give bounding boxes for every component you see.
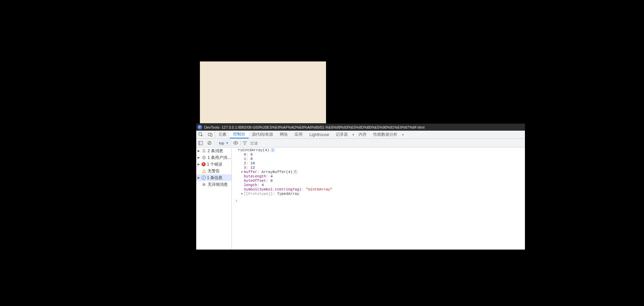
titlebar-url: 127.0.0.1:8082/08-GlSl%20ES%E8%AF%AD%E8%…	[222, 125, 425, 129]
user-icon	[202, 155, 206, 160]
tab-console[interactable]: 控制台	[230, 131, 249, 138]
page-rendered-content	[200, 61, 326, 123]
info-badge-icon[interactable]: i	[271, 148, 275, 152]
console-property-key[interactable]: Symbol(Symbol.toStringTag)	[244, 187, 302, 192]
console-property-key[interactable]: [[Prototype]]	[244, 192, 273, 196]
console-array-value: 8	[251, 157, 253, 161]
console-property-key[interactable]: byteLength	[244, 174, 266, 179]
tab-elements[interactable]: 元素	[215, 131, 230, 138]
svg-point-7	[235, 142, 236, 144]
console-output[interactable]: ▼ Uint8Array(4) i 0: 61: 82: 103: 12 ▶ b…	[232, 147, 525, 250]
console-array-item[interactable]: 2: 10	[233, 161, 525, 166]
titlebar-prefix: DevTools -	[204, 125, 222, 129]
sidebar-item-label: 2 条消息	[208, 148, 231, 154]
console-property-key[interactable]: buffer	[244, 170, 257, 174]
expand-triangle-icon[interactable]: ▶	[240, 192, 244, 196]
error-icon: ✕	[202, 162, 206, 166]
tab-memory[interactable]: 内存	[355, 131, 370, 138]
console-prompt[interactable]: ›	[233, 199, 525, 204]
console-array-index: 0	[244, 152, 246, 157]
console-array-value: 12	[251, 166, 255, 170]
tab-network[interactable]: 网络	[276, 131, 291, 138]
chevron-down-icon: ▼	[225, 141, 229, 145]
console-property-key[interactable]: byteOffset	[244, 179, 266, 183]
console-property-value[interactable]: 4	[262, 183, 264, 187]
live-expression-icon[interactable]	[231, 139, 240, 147]
expand-triangle-icon: ▶	[198, 163, 200, 166]
recorder-expand-icon[interactable]: ▾	[351, 131, 355, 138]
sidebar-item-user-messages[interactable]: ▶ 1 条用户消…	[196, 154, 231, 161]
filter-input[interactable]	[250, 140, 311, 146]
tab-application[interactable]: 应用	[291, 131, 306, 138]
toolbar-separator	[240, 140, 241, 146]
tab-performance[interactable]: 性能数据分析	[370, 131, 401, 138]
console-array-item[interactable]: 3: 12	[233, 166, 525, 170]
sidebar-item-errors[interactable]: ▶ ✕ 1 个错误	[196, 161, 231, 168]
console-array-item[interactable]: 0: 6	[233, 152, 525, 157]
svg-point-9	[204, 157, 205, 158]
expand-triangle-icon: ▶	[198, 156, 200, 159]
toolbar-separator	[214, 140, 215, 146]
console-value-header[interactable]: Uint8Array(4)	[240, 148, 269, 152]
console-array-value: 10	[251, 161, 255, 166]
clear-console-icon[interactable]	[205, 139, 214, 147]
bug-icon	[202, 182, 206, 187]
console-toolbar: top ▼	[196, 139, 525, 147]
console-property-value[interactable]: 4	[270, 174, 273, 179]
toggle-sidebar-icon[interactable]	[196, 139, 205, 147]
tab-recorder[interactable]: 记录器	[332, 131, 351, 138]
console-array-index: 1	[244, 157, 246, 161]
execution-context-selector[interactable]: top ▼	[217, 140, 231, 146]
titlebar: DevTools - 127.0.0.1:8082/08-GlSl%20ES%E…	[196, 124, 525, 131]
sidebar-item-messages[interactable]: ▶ ☰ 2 条消息	[196, 147, 231, 154]
tab-sources[interactable]: 源代码/来源	[249, 131, 276, 138]
memory-inspector-icon[interactable]: ⠿	[293, 170, 298, 174]
sidebar-item-label: 1 个错误	[207, 162, 231, 167]
console-property-value[interactable]: ArrayBuffer(4)	[262, 170, 292, 174]
devtools-app-icon	[198, 125, 202, 130]
svg-point-11	[204, 172, 204, 172]
console-property-value[interactable]: 0	[270, 179, 273, 183]
console-body: ▶ ☰ 2 条消息 ▶ 1 条用户消… ▶ ✕ 1 个错误	[196, 147, 525, 250]
list-icon: ☰	[202, 148, 206, 153]
sidebar-item-label: 1 条用户消…	[208, 155, 231, 161]
filter-icon	[243, 141, 248, 145]
devtools-tabs: 元素 控制台 源代码/来源 网络 应用 Lighthouse 记录器 ▾ 内存 …	[196, 131, 525, 139]
console-array-value: 6	[251, 152, 253, 157]
collapse-triangle-icon[interactable]: ▼	[237, 148, 240, 152]
expand-triangle-icon: ▶	[198, 176, 200, 179]
sidebar-item-label: 无详细消息	[208, 182, 231, 187]
console-property-key[interactable]: length	[244, 183, 257, 187]
warning-icon	[202, 169, 206, 173]
execution-context-label: top	[219, 141, 224, 145]
console-array-item[interactable]: 1: 8	[233, 157, 525, 161]
tab-lighthouse[interactable]: Lighthouse	[306, 131, 332, 138]
svg-rect-2	[210, 134, 212, 136]
device-toolbar-icon[interactable]	[206, 131, 215, 138]
sidebar-item-warnings[interactable]: 无警告	[196, 168, 231, 174]
sidebar-item-label: 1 条信息	[207, 175, 231, 181]
sidebar-item-verbose[interactable]: 无详细消息	[196, 181, 231, 188]
expand-triangle-icon: ▶	[198, 149, 200, 152]
expand-triangle-icon[interactable]: ▶	[240, 170, 244, 174]
console-property-value[interactable]: "Uint8Array"	[306, 187, 332, 192]
info-icon: i	[202, 176, 206, 180]
devtools-window: DevTools - 127.0.0.1:8082/08-GlSl%20ES%E…	[196, 124, 525, 250]
sidebar-item-label: 无警告	[208, 168, 231, 174]
sidebar-item-info[interactable]: ▶ i 1 条信息	[196, 174, 231, 181]
svg-line-6	[208, 142, 211, 144]
performance-expand-icon[interactable]: ▾	[401, 131, 405, 138]
console-array-index: 3	[244, 166, 246, 170]
console-property-value[interactable]: TypedArray	[277, 192, 299, 196]
svg-rect-3	[199, 141, 203, 145]
inspect-element-icon[interactable]	[196, 131, 206, 138]
console-sidebar: ▶ ☰ 2 条消息 ▶ 1 条用户消… ▶ ✕ 1 个错误	[196, 147, 232, 250]
console-array-index: 2	[244, 161, 246, 166]
